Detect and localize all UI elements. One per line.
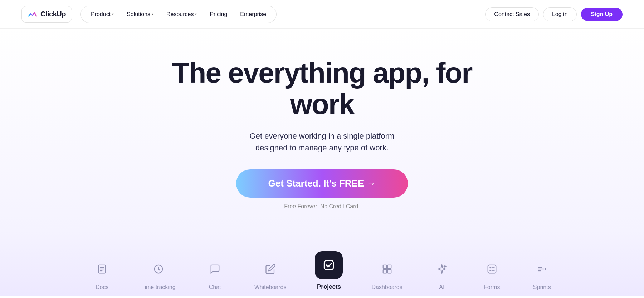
- nav-item-enterprise[interactable]: Enterprise: [234, 8, 272, 20]
- tab-label-whiteboards: Whiteboards: [254, 284, 287, 290]
- tab-label-docs: Docs: [96, 284, 108, 290]
- logo[interactable]: ClickUp: [21, 6, 72, 23]
- nav-item-resources[interactable]: Resources ▾: [161, 8, 203, 20]
- clock-icon: [153, 264, 164, 274]
- navbar: ClickUp Product ▾ Solutions ▾ Resources …: [0, 0, 644, 29]
- tab-icon-wrapper-whiteboards: [260, 258, 281, 280]
- svg-rect-6: [383, 265, 386, 269]
- tab-ai[interactable]: AI: [417, 253, 467, 296]
- tab-label-time: Time tracking: [141, 284, 175, 290]
- chevron-down-icon: ▾: [152, 12, 153, 16]
- tab-icon-wrapper-forms: [481, 258, 503, 280]
- svg-point-11: [489, 267, 491, 268]
- tab-label-dashboards: Dashboards: [371, 284, 402, 290]
- svg-rect-10: [488, 265, 496, 273]
- tab-icon-wrapper-ai: [431, 258, 453, 280]
- contact-sales-button[interactable]: Contact Sales: [485, 7, 539, 21]
- tab-icon-wrapper-dashboards: [376, 258, 398, 280]
- svg-rect-5: [325, 260, 334, 270]
- features-tabs: Docs Time tracking Chat Whiteboards: [0, 231, 644, 296]
- nav-menu: Product ▾ Solutions ▾ Resources ▾ Pricin…: [80, 6, 277, 23]
- tab-time-tracking[interactable]: Time tracking: [127, 253, 190, 296]
- hero-section: The everything app, for work Get everyon…: [0, 29, 644, 231]
- tab-whiteboards[interactable]: Whiteboards: [240, 253, 301, 296]
- tab-chat[interactable]: Chat: [190, 253, 240, 296]
- tab-label-sprints: Sprints: [533, 284, 551, 290]
- svg-rect-8: [383, 269, 386, 273]
- forms-icon: [487, 264, 497, 274]
- tab-dashboards[interactable]: Dashboards: [357, 253, 416, 296]
- chevron-down-icon: ▾: [112, 12, 114, 16]
- svg-rect-7: [387, 265, 391, 269]
- chevron-down-icon: ▾: [195, 12, 197, 16]
- tab-sprints[interactable]: Sprints: [517, 253, 567, 296]
- hero-title: The everything app, for work: [161, 57, 483, 120]
- signup-button[interactable]: Sign Up: [581, 8, 623, 21]
- nav-right: Contact Sales Log in Sign Up: [485, 7, 623, 21]
- nav-item-product[interactable]: Product ▾: [85, 8, 119, 20]
- login-button[interactable]: Log in: [543, 7, 577, 21]
- cta-button[interactable]: Get Started. It's FREE →: [236, 169, 408, 198]
- clickup-logo-icon: [28, 9, 38, 19]
- hero-note: Free Forever. No Credit Card.: [284, 203, 360, 210]
- nav-item-solutions[interactable]: Solutions ▾: [121, 8, 159, 20]
- tab-icon-wrapper-docs: [91, 258, 113, 280]
- tab-forms[interactable]: Forms: [467, 253, 517, 296]
- tab-label-chat: Chat: [209, 284, 221, 290]
- tab-icon-wrapper-chat: [204, 258, 226, 280]
- whiteboard-icon: [265, 264, 276, 274]
- tab-label-projects: Projects: [317, 283, 341, 290]
- logo-text: ClickUp: [40, 10, 66, 18]
- nav-left: ClickUp Product ▾ Solutions ▾ Resources …: [21, 6, 277, 23]
- dashboard-icon: [382, 264, 392, 274]
- sparkle-icon: [436, 264, 447, 274]
- tab-icon-wrapper-time: [148, 258, 169, 280]
- svg-rect-9: [387, 269, 391, 273]
- tab-icon-wrapper-sprints: [531, 258, 553, 280]
- tab-icon-wrapper-projects: [315, 251, 343, 279]
- svg-point-13: [489, 270, 491, 271]
- nav-item-pricing[interactable]: Pricing: [204, 8, 233, 20]
- hero-subtitle: Get everyone working in a single platfor…: [250, 130, 395, 154]
- tab-label-ai: AI: [439, 284, 444, 290]
- tab-docs[interactable]: Docs: [77, 253, 127, 296]
- tab-label-forms: Forms: [484, 284, 500, 290]
- docs-icon: [97, 264, 107, 274]
- sprints-icon: [537, 264, 547, 274]
- checkbox-icon: [323, 259, 335, 271]
- chat-icon: [210, 264, 220, 274]
- tab-projects[interactable]: Projects: [301, 245, 357, 296]
